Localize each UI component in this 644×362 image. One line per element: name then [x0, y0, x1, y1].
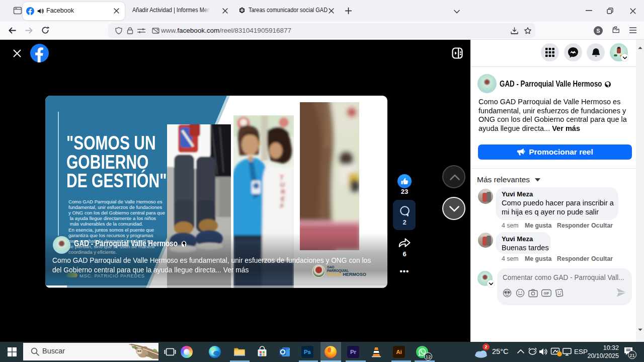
svg-text:GIF: GIF: [544, 292, 549, 295]
